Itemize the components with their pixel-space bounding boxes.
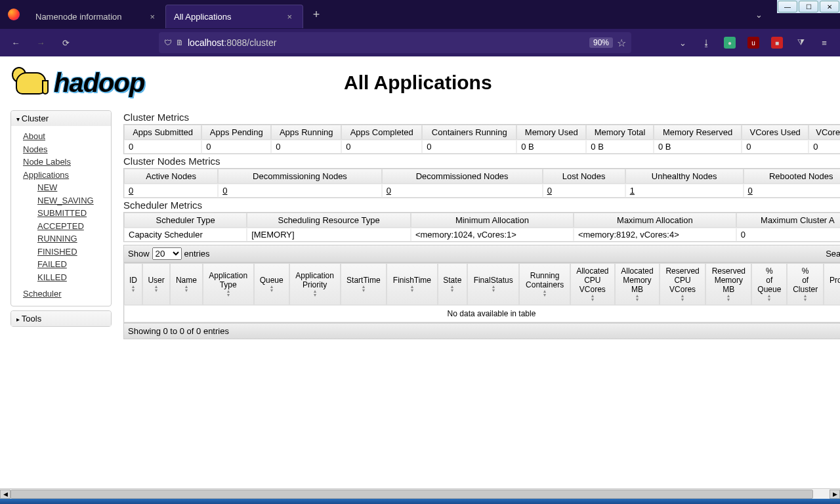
- menu-icon[interactable]: ≡: [814, 32, 835, 53]
- reload-button[interactable]: ⟳: [55, 32, 76, 53]
- tabs-dropdown-icon[interactable]: ⌄: [749, 5, 768, 24]
- close-icon[interactable]: ×: [147, 12, 158, 22]
- window-maximize[interactable]: ☐: [799, 1, 818, 12]
- window-close[interactable]: ✕: [820, 1, 839, 12]
- tab-namenode[interactable]: Namenode information ×: [28, 5, 165, 28]
- back-button[interactable]: ←: [5, 32, 26, 53]
- ublock-icon[interactable]: u: [743, 32, 764, 53]
- forward-button[interactable]: →: [30, 32, 51, 53]
- zoom-badge[interactable]: 90%: [589, 37, 613, 48]
- downloads-icon[interactable]: ⭳: [696, 32, 717, 53]
- close-icon[interactable]: ×: [284, 12, 295, 22]
- pocket-icon[interactable]: ⌄: [672, 32, 693, 53]
- extension-icon[interactable]: ●: [719, 32, 740, 53]
- window-minimize[interactable]: —: [778, 1, 797, 12]
- shield-icon: 🛡: [164, 38, 172, 47]
- new-tab-button[interactable]: +: [307, 5, 326, 24]
- url-bar[interactable]: 🛡 🗎 localhost:8088/cluster 90% ☆: [159, 32, 631, 53]
- bookmark-icon[interactable]: ☆: [617, 37, 626, 49]
- browser-toolbar: ← → ⟳ 🛡 🗎 localhost:8088/cluster 90% ☆ ⌄…: [0, 29, 840, 56]
- tab-strip: Namenode information × All Applications …: [0, 0, 840, 29]
- url-text: localhost:8088/cluster: [188, 37, 585, 48]
- firefox-icon: [0, 0, 28, 29]
- window-controls: — ☐ ✕: [777, 0, 840, 13]
- page-icon: 🗎: [176, 38, 184, 47]
- tab-title: All Applications: [174, 12, 231, 22]
- tab-all-applications[interactable]: All Applications ×: [165, 5, 303, 28]
- tab-title: Namenode information: [35, 12, 122, 22]
- extensions-icon[interactable]: ⧩: [790, 32, 811, 53]
- extension2-icon[interactable]: ■: [766, 32, 788, 53]
